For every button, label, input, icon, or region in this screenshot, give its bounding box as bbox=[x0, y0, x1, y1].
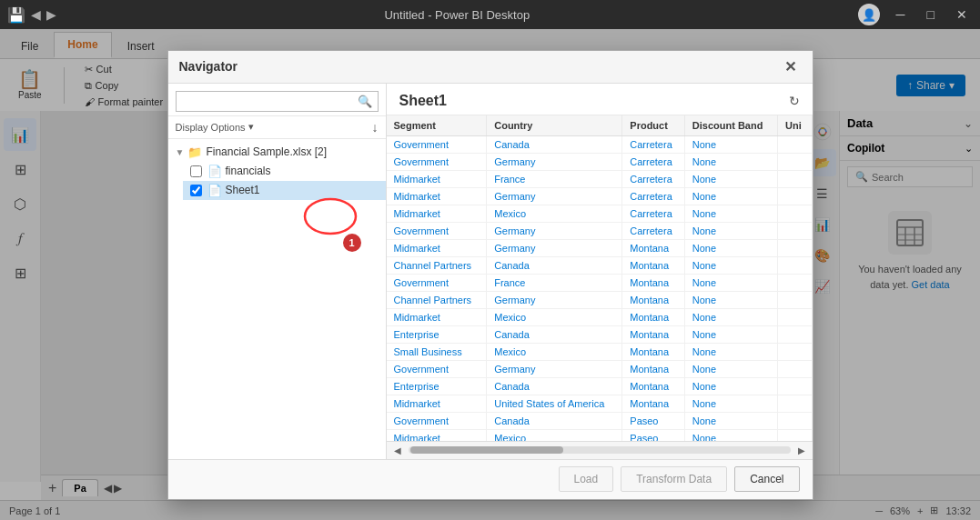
back-icon[interactable]: ◀ bbox=[31, 7, 41, 22]
cancel-button[interactable]: Cancel bbox=[734, 466, 799, 492]
col-discount: Discount Band bbox=[684, 115, 777, 136]
dialog-close-button[interactable]: ✕ bbox=[779, 56, 802, 77]
financials-checkbox[interactable] bbox=[190, 165, 202, 177]
cell-9-2: Montana bbox=[622, 291, 685, 308]
cell-9-0: Channel Partners bbox=[387, 291, 487, 308]
cell-2-2: Carretera bbox=[622, 170, 685, 187]
tree-folder-icon: 📁 bbox=[187, 145, 202, 159]
cell-6-2: Montana bbox=[622, 239, 685, 256]
cell-9-1: Germany bbox=[487, 291, 622, 308]
cell-3-2: Carretera bbox=[622, 187, 685, 205]
tree-sheet-icon-financials: 📄 bbox=[207, 165, 222, 178]
title-bar: 💾 ◀ ▶ Untitled - Power BI Desktop 👤 ─ □ … bbox=[0, 0, 980, 29]
scroll-left-button[interactable]: ◀ bbox=[390, 444, 405, 457]
dialog-title: Navigator bbox=[179, 59, 238, 74]
cell-17-4 bbox=[777, 429, 812, 441]
table-scroll-nav: ◀ ▶ bbox=[387, 441, 813, 459]
cell-5-0: Government bbox=[387, 222, 487, 239]
cell-12-4 bbox=[777, 343, 812, 360]
table-row: EnterpriseCanadaMontanaNone bbox=[387, 325, 813, 343]
dialog-right-header: Sheet1 ↻ bbox=[387, 84, 813, 115]
cell-1-4 bbox=[777, 153, 812, 170]
cell-11-1: Canada bbox=[487, 325, 622, 343]
cell-0-2: Carretera bbox=[622, 135, 685, 153]
tree-root-label: Financial Sample.xlsx [2] bbox=[206, 145, 327, 158]
table-row: GovernmentGermanyCarreteraNone bbox=[387, 222, 813, 239]
title-bar-right: 👤 ─ □ ✕ bbox=[858, 4, 973, 25]
transform-data-button[interactable]: Transform Data bbox=[621, 466, 727, 492]
cell-1-1: Germany bbox=[487, 153, 622, 170]
dialog-search-bar: 🔍 bbox=[168, 84, 386, 116]
cell-5-1: Germany bbox=[487, 222, 622, 239]
table-row: Small BusinessMexicoMontanaNone bbox=[387, 343, 813, 360]
display-options-bar: Display Options ▾ ↓ bbox=[168, 116, 386, 139]
display-options-button[interactable]: Display Options ▾ bbox=[176, 121, 254, 133]
cell-8-2: Montana bbox=[622, 274, 685, 291]
dialog-right-pane: Sheet1 ↻ Segment Country Product Discoun… bbox=[387, 84, 813, 459]
cell-17-3: None bbox=[684, 429, 777, 441]
table-row: MidmarketFranceCarreteraNone bbox=[387, 170, 813, 187]
data-table-wrap[interactable]: Segment Country Product Discount Band Un… bbox=[387, 115, 813, 441]
cell-4-0: Midmarket bbox=[387, 205, 487, 222]
horizontal-scrollbar[interactable] bbox=[409, 446, 791, 454]
cell-16-4 bbox=[777, 412, 812, 429]
cell-1-0: Government bbox=[387, 153, 487, 170]
import-icon[interactable]: ↓ bbox=[372, 120, 379, 135]
cell-7-2: Montana bbox=[622, 256, 685, 274]
tree-expand-icon: ▼ bbox=[176, 147, 185, 157]
navigator-dialog: Navigator ✕ 🔍 Display Options bbox=[167, 50, 813, 500]
cell-8-1: France bbox=[487, 274, 622, 291]
dialog-body: 🔍 Display Options ▾ ↓ ▼ bbox=[168, 84, 813, 459]
tree-sheet1-item[interactable]: 📄 Sheet1 bbox=[183, 181, 386, 200]
cell-2-3: None bbox=[684, 170, 777, 187]
minimize-button[interactable]: ─ bbox=[891, 5, 911, 24]
cell-2-1: France bbox=[487, 170, 622, 187]
close-button[interactable]: ✕ bbox=[951, 5, 973, 24]
user-avatar[interactable]: 👤 bbox=[858, 4, 880, 25]
cell-3-3: None bbox=[684, 187, 777, 205]
sheet1-label: Sheet1 bbox=[226, 184, 260, 196]
tree-root-item[interactable]: ▼ 📁 Financial Sample.xlsx [2] bbox=[168, 143, 386, 162]
cell-2-0: Midmarket bbox=[387, 170, 487, 187]
title-bar-left: 💾 ◀ ▶ bbox=[7, 6, 56, 24]
refresh-icon[interactable]: ↻ bbox=[789, 94, 800, 108]
table-row: Channel PartnersGermanyMontanaNone bbox=[387, 291, 813, 308]
table-row: GovernmentGermanyCarreteraNone bbox=[387, 153, 813, 170]
maximize-button[interactable]: □ bbox=[922, 5, 940, 24]
table-row: MidmarketMexicoPaseoNone bbox=[387, 429, 813, 441]
load-button[interactable]: Load bbox=[559, 466, 614, 492]
table-row: EnterpriseCanadaMontanaNone bbox=[387, 377, 813, 395]
cell-7-4 bbox=[777, 256, 812, 274]
scroll-right-button[interactable]: ▶ bbox=[794, 444, 809, 457]
cell-7-0: Channel Partners bbox=[387, 256, 487, 274]
cell-17-2: Paseo bbox=[622, 429, 685, 441]
cell-16-0: Government bbox=[387, 412, 487, 429]
dialog-overlay: Navigator ✕ 🔍 Display Options bbox=[0, 29, 980, 520]
forward-icon[interactable]: ▶ bbox=[46, 7, 56, 22]
tree-sheet-icon-sheet1: 📄 bbox=[207, 184, 222, 197]
sheet1-checkbox[interactable] bbox=[190, 185, 202, 196]
tree-financials-item[interactable]: 📄 financials bbox=[183, 162, 386, 181]
cell-1-2: Carretera bbox=[622, 153, 685, 170]
dialog-footer: Load Transform Data Cancel bbox=[168, 459, 813, 499]
table-row: MidmarketGermanyMontanaNone bbox=[387, 239, 813, 256]
cell-15-4 bbox=[777, 395, 812, 412]
file-tree: ▼ 📁 Financial Sample.xlsx [2] 📄 financia… bbox=[168, 139, 386, 459]
table-row: GovernmentCanadaPaseoNone bbox=[387, 412, 813, 429]
cell-10-4 bbox=[777, 308, 812, 325]
cell-9-3: None bbox=[684, 291, 777, 308]
cell-8-4 bbox=[777, 274, 812, 291]
cell-5-3: None bbox=[684, 222, 777, 239]
table-row: MidmarketMexicoMontanaNone bbox=[387, 308, 813, 325]
navigator-search-input[interactable] bbox=[182, 95, 354, 107]
display-options-chevron: ▾ bbox=[248, 121, 254, 133]
cell-10-2: Montana bbox=[622, 308, 685, 325]
save-icon[interactable]: 💾 bbox=[7, 6, 25, 24]
cell-6-1: Germany bbox=[487, 239, 622, 256]
table-row: Channel PartnersCanadaMontanaNone bbox=[387, 256, 813, 274]
navigator-search-icon: 🔍 bbox=[358, 95, 372, 108]
financials-label: financials bbox=[226, 165, 271, 177]
cell-12-0: Small Business bbox=[387, 343, 487, 360]
search-input-wrap: 🔍 bbox=[176, 91, 379, 112]
cell-1-3: None bbox=[684, 153, 777, 170]
